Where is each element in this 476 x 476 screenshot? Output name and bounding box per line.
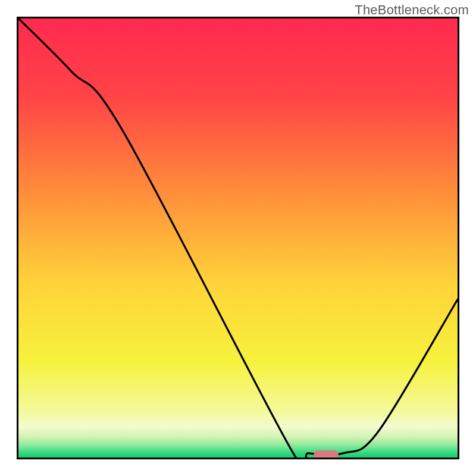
plot-frame	[17, 17, 459, 459]
curve-layer	[18, 18, 458, 458]
bottleneck-curve	[18, 18, 458, 458]
watermark-text: TheBottleneck.com	[355, 2, 469, 18]
optimal-marker	[314, 450, 339, 459]
chart-container: TheBottleneck.com	[0, 0, 476, 476]
